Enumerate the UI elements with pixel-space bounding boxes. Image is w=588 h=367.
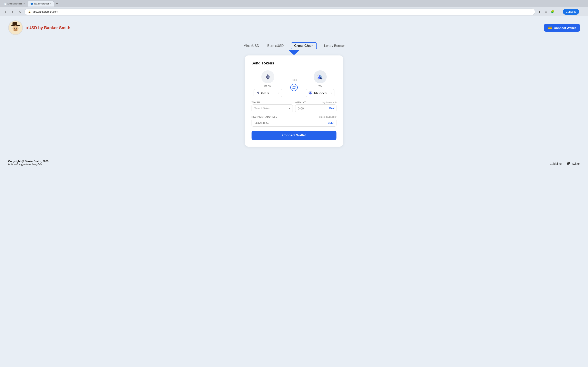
amount-label-row: AMOUNT My balance: 0 (295, 101, 337, 104)
logo-by: by Banker Smith (37, 25, 70, 30)
token-chevron-icon: ▾ (289, 107, 290, 110)
footer-copyright: Copyright @ BankerSmith, 2023 (8, 160, 49, 163)
footer-right: Guideline Twitter (550, 161, 580, 166)
from-label: FROM (264, 85, 272, 87)
svg-point-5 (16, 28, 17, 29)
header-connect-wallet-button[interactable]: 💳 Connect Wallet (544, 24, 580, 32)
header-logo-area: xUSD by Banker Smith (8, 20, 70, 35)
from-chain-icon-small (256, 91, 260, 95)
chain-arrows-center: »» (284, 76, 304, 91)
tab-lend-borrow[interactable]: Lend / Borrow (323, 42, 346, 49)
to-chain-name: Arb. Goerli (313, 92, 327, 95)
to-chain-side: TO Arb. Goerli ▾ (304, 70, 337, 97)
my-balance: My balance: 0 (323, 101, 337, 104)
send-tokens-card: Send Tokens FROM (245, 55, 343, 147)
recipient-input-wrap: SELF (251, 119, 337, 127)
guideline-link[interactable]: Guideline (550, 162, 562, 165)
bookmark-button[interactable]: ☆ (543, 9, 549, 15)
to-chain-icon-small (309, 91, 312, 95)
token-amount-row: TOKEN Select Token ▾ AMOUNT My balance: … (251, 101, 337, 112)
to-chain-icon (314, 70, 327, 83)
from-dropdown-chevron: ▾ (278, 92, 279, 95)
card-wrapper: Send Tokens FROM (0, 55, 588, 155)
share-button[interactable]: ⬆ (537, 9, 543, 15)
new-tab-button[interactable]: + (54, 1, 60, 7)
footer: Copyright @ BankerSmith, 2023 built with… (0, 155, 588, 172)
swap-chains-button[interactable] (290, 84, 298, 91)
arrows-icon: »» (292, 76, 296, 83)
logo-xusd: xUSD (26, 25, 37, 30)
tab-burn-xusd[interactable]: Burn xUSD (267, 42, 285, 49)
recipient-label: RECIPIENT ADDRESS (251, 116, 277, 118)
connect-wallet-label: Connect Wallet (554, 26, 576, 30)
app-header: xUSD by Banker Smith 💳 Connect Wallet (0, 16, 588, 39)
logo-text: xUSD by Banker Smith (26, 25, 70, 30)
tab-cross-chain[interactable]: Cross Chain (291, 42, 317, 49)
svg-marker-10 (266, 74, 268, 77)
browser-tab-active[interactable]: 🔵 app.bankersmith ✕ (28, 1, 54, 7)
token-placeholder: Select Token (254, 107, 270, 110)
connect-wallet-main-button[interactable]: Connect Wallet (251, 131, 337, 140)
back-button[interactable]: ‹ (2, 9, 8, 15)
amount-label: AMOUNT (295, 101, 306, 104)
footer-left: Copyright @ BankerSmith, 2023 built with… (8, 160, 49, 166)
from-chain-icon (261, 70, 274, 83)
update-button[interactable]: Güncelle (563, 9, 579, 15)
from-dropdown-left: Goerli (256, 91, 269, 95)
token-label: TOKEN (251, 101, 293, 104)
svg-marker-14 (257, 91, 258, 93)
menu-button[interactable]: ⋮ (580, 9, 586, 15)
logo-avatar (8, 20, 23, 35)
browser-tab-inactive[interactable]: 📄 app.bankersmith ✕ (2, 1, 27, 7)
from-chain-dropdown[interactable]: Goerli ▾ (254, 89, 282, 97)
from-chain-name: Goerli (261, 92, 269, 95)
twitter-link[interactable]: Twitter (567, 161, 580, 166)
tab-pointer-container (0, 50, 588, 55)
svg-point-4 (14, 28, 15, 29)
card-title: Send Tokens (251, 61, 337, 66)
footer-built: built with Hyperlane template (8, 163, 49, 166)
to-dropdown-left: Arb. Goerli (309, 91, 327, 95)
tab-pointer-triangle (288, 50, 300, 55)
svg-rect-2 (12, 22, 17, 26)
nav-area: Mint xUSD Burn xUSD Cross Chain Lend / B… (0, 39, 588, 55)
url-bar[interactable]: 🔒 app.bankersmith.com (25, 8, 535, 15)
from-chain-side: FROM Goerli ▾ (251, 70, 284, 97)
svg-marker-11 (268, 74, 270, 77)
to-label: TO (319, 85, 322, 87)
more-button[interactable]: ⋮ (556, 9, 562, 15)
wallet-icon: 💳 (548, 26, 552, 30)
url-text: app.bankersmith.com (33, 10, 58, 13)
self-button[interactable]: SELF (328, 121, 334, 124)
tab-mint-xusd[interactable]: Mint xUSD (243, 42, 260, 49)
extensions-button[interactable]: 🧩 (550, 9, 555, 15)
token-group: TOKEN Select Token ▾ (251, 101, 293, 112)
amount-group: AMOUNT My balance: 0 MAX (295, 101, 337, 112)
twitter-icon (567, 161, 570, 166)
refresh-button[interactable]: ↻ (17, 9, 23, 15)
twitter-label: Twitter (571, 162, 580, 165)
nav-tabs: Mint xUSD Burn xUSD Cross Chain Lend / B… (0, 39, 588, 49)
remote-balance: Remote balance: 0 (318, 116, 337, 118)
token-select-dropdown[interactable]: Select Token ▾ (251, 104, 293, 112)
recipient-section: RECIPIENT ADDRESS Remote balance: 0 SELF (251, 116, 337, 127)
to-dropdown-chevron: ▾ (330, 92, 332, 95)
max-button[interactable]: MAX (329, 107, 334, 110)
lock-icon: 🔒 (28, 10, 31, 13)
chain-selector-row: FROM Goerli ▾ »» (251, 70, 337, 97)
recipient-address-input[interactable] (251, 119, 337, 127)
forward-button[interactable]: › (10, 9, 16, 15)
recipient-label-row: RECIPIENT ADDRESS Remote balance: 0 (251, 116, 337, 118)
amount-input-wrap: MAX (295, 104, 337, 112)
to-chain-dropdown[interactable]: Arb. Goerli ▾ (306, 89, 334, 97)
